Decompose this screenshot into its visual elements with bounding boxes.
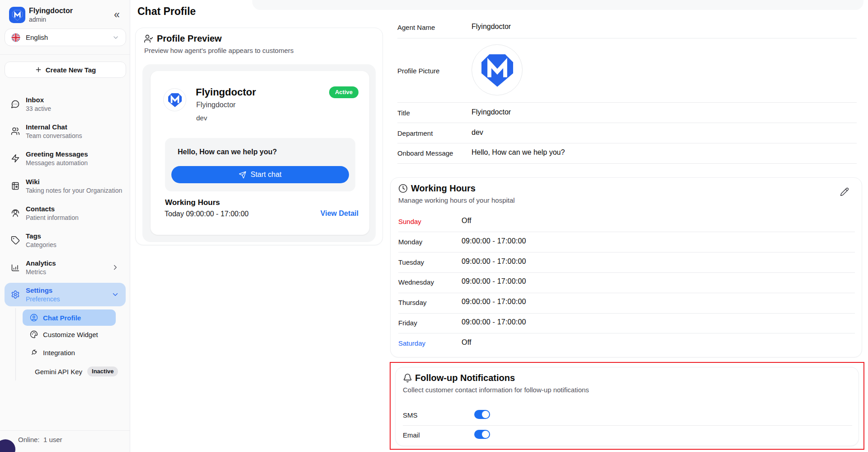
divider: [398, 232, 855, 232]
form-label: Agent Name: [397, 24, 435, 31]
sidebar-item-greeting-messages[interactable]: Greeting MessagesMessages automation: [5, 147, 126, 170]
collapse-sidebar-icon[interactable]: «: [114, 9, 120, 20]
toggle-knob: [482, 411, 489, 418]
preview-agent-title: Flyingdoctor: [196, 101, 236, 109]
day-hours: 09:00:00 - 17:00:00: [462, 298, 526, 306]
user-circle-icon: [30, 314, 38, 322]
form-label: Profile Picture: [397, 67, 439, 75]
item-label: Contacts: [26, 205, 119, 213]
item-label: Analytics: [26, 259, 105, 267]
item-sublabel: Messages automation: [26, 159, 119, 167]
flyingdoctor-logo-icon: [478, 51, 516, 89]
view-detail-link[interactable]: View Detail: [321, 209, 359, 218]
working-hours-title: Working Hours: [411, 183, 476, 194]
item-label: Settings: [26, 286, 105, 295]
sidebar-subitem-customize-widget[interactable]: Customize Widget: [23, 326, 116, 343]
profile-preview-card: Profile Preview Preview how agent's prof…: [135, 28, 383, 245]
users-icon: [11, 127, 20, 136]
sidebar-subitem-integration[interactable]: Integration: [23, 344, 116, 361]
preview-agent-name: Flyingdoctor: [196, 86, 256, 98]
item-sublabel: Team conversations: [26, 132, 119, 140]
item-sublabel: Patient information: [26, 214, 119, 222]
divider: [403, 425, 852, 426]
submenu-indent-line: [15, 308, 16, 381]
gear-icon: [11, 290, 20, 299]
chevron-down-icon: [112, 34, 119, 41]
sidebar-item-internal-chat[interactable]: Internal ChatTeam conversations: [5, 119, 126, 143]
divider: [397, 143, 857, 143]
workspace-role: admin: [29, 15, 46, 24]
subitem-label: Gemini API Key: [35, 368, 82, 376]
preview-subtitle: Preview how agent's profile appears to c…: [144, 47, 294, 55]
greeting-text: Hello, How can we help you?: [178, 148, 277, 156]
preview-agent-department: dev: [196, 114, 207, 122]
chevron-right-icon: [111, 263, 119, 271]
day-hours: 09:00:00 - 17:00:00: [462, 277, 526, 285]
day-hours: Off: [462, 217, 472, 225]
item-label: Inbox: [26, 96, 119, 104]
divider: [397, 163, 857, 164]
preview-title: Profile Preview: [157, 33, 222, 44]
day-label: Thursday: [398, 299, 427, 306]
sidebar-item-analytics[interactable]: AnalyticsMetrics: [5, 256, 126, 279]
bell-icon: [403, 373, 412, 383]
sms-toggle[interactable]: [474, 410, 490, 419]
day-hours: 09:00:00 - 17:00:00: [462, 237, 526, 245]
sidebar-item-inbox[interactable]: Inbox33 active: [5, 92, 126, 116]
followup-notifications-card: Follow-up Notifications Collect customer…: [395, 367, 859, 446]
form-value: Hello, How can we help you?: [472, 148, 565, 157]
sidebar-subitem-chat-profile[interactable]: Chat Profile: [23, 309, 116, 326]
item-label: Wiki: [26, 178, 119, 186]
working-hours-card: Working Hours Manage working hours of yo…: [390, 177, 862, 357]
sidebar-item-wiki[interactable]: WikiTaking notes for your Organization: [5, 174, 126, 198]
flyingdoctor-logo-icon: [11, 9, 24, 21]
corner-decoration: [0, 439, 15, 452]
start-chat-label: Start chat: [250, 171, 281, 179]
sidebar-subitem-gemini-api-key[interactable]: Gemini API Key Inactive: [23, 363, 116, 380]
page-title: Chat Profile: [137, 5, 196, 18]
divider: [397, 102, 857, 103]
item-sublabel: Metrics: [26, 268, 105, 276]
uk-flag-icon: [11, 33, 20, 42]
edit-working-hours-button[interactable]: [840, 187, 849, 196]
divider: [398, 272, 855, 273]
sidebar-item-contacts[interactable]: ContactsPatient information: [5, 201, 126, 225]
sidebar-item-settings[interactable]: SettingsPreferences: [5, 283, 126, 306]
divider: [398, 313, 855, 314]
workspace-logo: [9, 7, 25, 23]
sidebar-item-tags[interactable]: TagsCategories: [5, 228, 126, 252]
chat-widget-preview: Flyingdoctor Flyingdoctor dev Active Hel…: [151, 71, 369, 235]
greeting-message-box: Hello, How can we help you? Start chat: [165, 138, 355, 191]
online-count: 1 user: [43, 436, 62, 443]
divider: [397, 38, 857, 38]
item-sublabel: 33 active: [26, 105, 119, 113]
create-new-tag-button[interactable]: Create New Tag: [5, 62, 126, 78]
chat-profile-page: Flyingdoctor admin « English Create New …: [0, 0, 868, 452]
notebook-icon: [11, 181, 20, 190]
followup-subtitle: Collect customer contact information for…: [403, 386, 589, 394]
profile-picture: [472, 44, 523, 95]
plus-icon: [35, 66, 42, 73]
divider: [397, 123, 857, 123]
sidebar: Flyingdoctor admin « English Create New …: [0, 0, 130, 452]
chat-bubble-icon: [11, 100, 20, 109]
followup-title: Follow-up Notifications: [415, 372, 515, 383]
language-select[interactable]: English: [5, 29, 126, 46]
divider: [398, 252, 855, 252]
email-toggle[interactable]: [474, 430, 490, 439]
form-label: Title: [397, 109, 410, 117]
day-label: Sunday: [398, 218, 421, 225]
form-value: Flyingdoctor: [472, 23, 511, 31]
toggle-label-email: Email: [403, 431, 420, 439]
palette-icon: [30, 330, 38, 338]
subitem-label: Chat Profile: [43, 314, 81, 322]
pencil-icon: [840, 187, 849, 196]
flyingdoctor-logo-icon: [167, 92, 183, 108]
clock-icon: [398, 184, 408, 193]
tag-icon: [11, 236, 20, 245]
start-chat-button[interactable]: Start chat: [171, 166, 349, 183]
day-label: Friday: [398, 319, 417, 327]
divider: [0, 430, 130, 431]
scrolled-card-edge: [252, 0, 863, 10]
day-hours: Off: [462, 338, 472, 347]
